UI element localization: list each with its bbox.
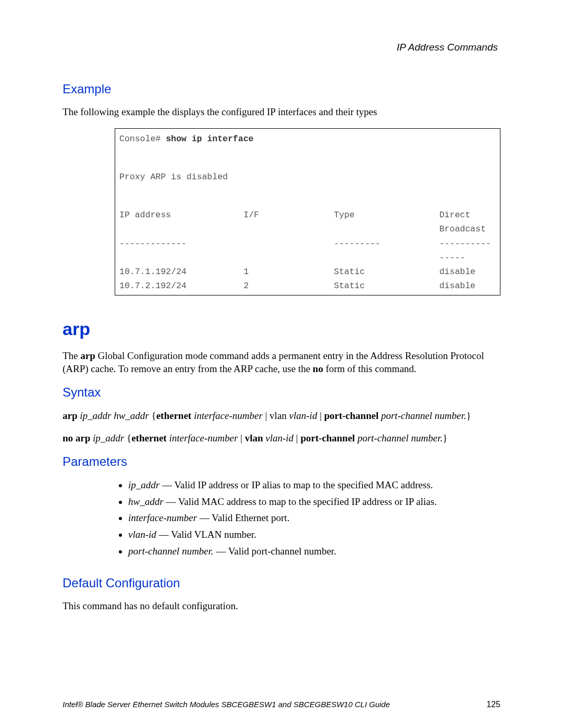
- list-item: ip_addr — Valid IP address or IP alias t…: [128, 478, 500, 492]
- table-separator-row: ------------- --------- ---------------: [119, 237, 496, 265]
- console-output-box: Console# show ip interface Proxy ARP is …: [115, 128, 500, 296]
- heading-arp: arp: [63, 319, 500, 339]
- table-header-row: IP address I/F Type Direct Broadcast: [119, 208, 496, 236]
- parameters-list: ip_addr — Valid IP address or IP alias t…: [115, 478, 500, 558]
- console-table: Proxy ARP is disabled IP address I/F Typ…: [119, 146, 496, 293]
- heading-parameters: Parameters: [63, 454, 500, 469]
- col-if: I/F: [243, 208, 334, 236]
- list-item: hw_addr — Valid MAC address to map to th…: [128, 495, 500, 509]
- page-content: IP Address Commands Example The followin…: [0, 0, 563, 653]
- list-item: vlan-id — Valid VLAN number.: [128, 528, 500, 541]
- console-command: show ip interface: [166, 134, 253, 144]
- example-intro: The following example the displays the c…: [63, 106, 500, 119]
- syntax-line-1: arp ip_addr hw_addr {ethernet interface-…: [63, 409, 500, 423]
- console-command-line: Console# show ip interface: [119, 132, 496, 146]
- console-prompt: Console#: [119, 134, 166, 144]
- arp-description: The arp Global Configuration mode comman…: [63, 350, 500, 375]
- page-number: 125: [486, 700, 500, 709]
- list-item: interface-number — Valid Ethernet port.: [128, 511, 500, 525]
- page-footer: Intel® Blade Server Ethernet Switch Modu…: [63, 700, 500, 709]
- footer-title: Intel® Blade Server Ethernet Switch Modu…: [63, 700, 390, 709]
- table-row: 10.7.1.192/24 1 Static disable: [119, 265, 496, 279]
- default-config-text: This command has no default configuratio…: [63, 600, 500, 613]
- heading-default-config: Default Configuration: [63, 576, 500, 590]
- heading-example: Example: [63, 82, 500, 96]
- running-header: IP Address Commands: [63, 42, 498, 53]
- heading-syntax: Syntax: [63, 385, 500, 400]
- col-ip: IP address: [119, 208, 243, 236]
- proxy-arp-line: Proxy ARP is disabled: [119, 170, 496, 184]
- parameters-block: ip_addr — Valid IP address or IP alias t…: [115, 478, 500, 558]
- list-item: port-channel number. — Valid port-channe…: [128, 545, 500, 558]
- syntax-line-2: no arp ip_addr {ethernet interface-numbe…: [63, 431, 500, 445]
- col-type: Type: [334, 208, 439, 236]
- table-row: 10.7.2.192/24 2 Static disable: [119, 279, 496, 293]
- col-broadcast: Direct Broadcast: [439, 208, 496, 236]
